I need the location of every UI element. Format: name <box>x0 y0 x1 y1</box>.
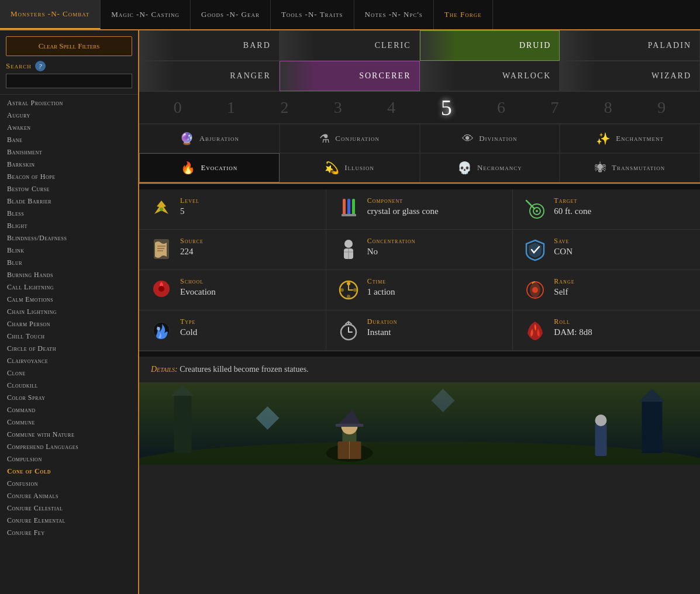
level-number-7[interactable]: 7 <box>550 98 558 117</box>
spell-item[interactable]: Blight <box>0 220 138 232</box>
class-sorcerer-label: SORCERER <box>359 71 411 81</box>
spell-item[interactable]: Chain Lightning <box>0 306 138 318</box>
spell-item[interactable]: Augury <box>0 109 138 122</box>
sidebar: Clear Spell Filters Search ? Astral Proj… <box>0 30 139 594</box>
spell-item[interactable]: Conjure Fey <box>0 527 138 539</box>
nav-notes[interactable]: Notes -n- Npc's <box>354 0 434 29</box>
nav-tools[interactable]: Tools -n- Traits <box>271 0 354 29</box>
target-value: 60 ft. cone <box>554 206 591 216</box>
class-wizard[interactable]: WIZARD <box>560 61 700 91</box>
spell-item[interactable]: Conjure Celestial <box>0 502 138 514</box>
school-icon-abjuration: 🔮 <box>180 132 195 146</box>
school-btn-divination[interactable]: 👁Divination <box>420 124 560 153</box>
level-number-6[interactable]: 6 <box>497 98 505 117</box>
level-number-2[interactable]: 2 <box>280 98 288 117</box>
class-warlock[interactable]: WARLOCK <box>420 61 560 91</box>
class-cleric[interactable]: CLERIC <box>280 30 420 61</box>
school-value: Evocation <box>180 287 216 297</box>
spell-item[interactable]: Call Lightning <box>0 281 138 293</box>
type-icon <box>149 317 174 343</box>
nav-monsters-label: Monsters -n- Combat <box>11 9 89 19</box>
spell-item[interactable]: Circle of Death <box>0 343 138 355</box>
spell-item[interactable]: Blade Barrier <box>0 195 138 208</box>
duration-value: Instant <box>367 327 398 337</box>
school-icon-evocation: 🔥 <box>181 161 196 175</box>
concentration-icon <box>336 237 361 263</box>
spell-item[interactable]: Commune with Nature <box>0 429 138 441</box>
spell-item[interactable]: Compulsion <box>0 453 138 465</box>
spell-item[interactable]: Blindness/Deafness <box>0 232 138 244</box>
class-warlock-label: WARLOCK <box>502 71 551 81</box>
spell-item[interactable]: Bane <box>0 134 138 146</box>
type-value: Cold <box>180 327 197 337</box>
spell-item[interactable]: Charm Person <box>0 318 138 330</box>
school-icon-necromancy: 💀 <box>457 161 473 175</box>
source-text: Source 224 <box>180 237 204 257</box>
spell-item[interactable]: Blur <box>0 257 138 269</box>
spell-item[interactable]: Burning Hands <box>0 269 138 281</box>
level-number-0[interactable]: 0 <box>174 98 182 117</box>
school-btn-enchantment[interactable]: ✨Enchantment <box>560 124 700 153</box>
class-ranger[interactable]: RANGER <box>139 61 280 91</box>
spell-item[interactable]: Beacon of Hope <box>0 171 138 183</box>
spell-item[interactable]: Conjure Elemental <box>0 514 138 527</box>
spell-item[interactable]: Blink <box>0 244 138 257</box>
level-number-9[interactable]: 9 <box>657 98 665 117</box>
level-number-1[interactable]: 1 <box>227 98 235 117</box>
spell-item[interactable]: Clairvoyance <box>0 355 138 367</box>
spell-item[interactable]: Banishment <box>0 146 138 158</box>
level-number-5[interactable]: 5 <box>441 95 452 120</box>
spell-item[interactable]: Color Spray <box>0 392 138 404</box>
class-cleric-label: CLERIC <box>375 41 411 50</box>
spell-item[interactable]: Command <box>0 404 138 416</box>
class-druid[interactable]: DRUID <box>420 30 560 61</box>
school-btn-transmutation[interactable]: 🕷Transmutation <box>560 153 700 182</box>
search-input[interactable] <box>6 74 132 88</box>
class-paladin[interactable]: PALADIN <box>560 30 700 61</box>
hscroll-bar <box>139 184 700 189</box>
nav-goods[interactable]: Goods -n- Gear <box>191 0 271 29</box>
detail-cell-range: Range Self <box>513 270 700 310</box>
spell-item[interactable]: Awaken <box>0 122 138 134</box>
spell-item[interactable]: Clone <box>0 367 138 379</box>
nav-magic[interactable]: Magic -n- Casting <box>101 0 191 29</box>
class-wizard-label: WIZARD <box>651 71 691 81</box>
spell-item[interactable]: Bless <box>0 208 138 220</box>
sidebar-top: Clear Spell Filters Search ? <box>0 30 138 95</box>
svg-point-8 <box>536 210 538 212</box>
spell-item[interactable]: Calm Emotions <box>0 293 138 306</box>
school-btn-evocation[interactable]: 🔥Evocation <box>139 153 280 182</box>
level-number-8[interactable]: 8 <box>604 98 612 117</box>
school-btn-abjuration[interactable]: 🔮Abjuration <box>139 124 280 153</box>
spell-item[interactable]: Bestow Curse <box>0 183 138 195</box>
help-icon[interactable]: ? <box>35 61 46 71</box>
spell-item[interactable]: Conjure Animals <box>0 490 138 502</box>
roll-icon <box>522 317 548 343</box>
level-number-3[interactable]: 3 <box>334 98 342 117</box>
class-bard[interactable]: BARD <box>139 30 280 61</box>
school-btn-conjuration[interactable]: ⚗Conjuration <box>280 124 420 153</box>
duration-text: Duration Instant <box>367 317 398 337</box>
school-btn-illusion[interactable]: 💫Illusion <box>280 153 420 182</box>
spell-item[interactable]: Cloudkill <box>0 379 138 392</box>
class-druid-label: DRUID <box>519 41 551 50</box>
spell-item[interactable]: Comprehend Languages <box>0 441 138 453</box>
spell-item[interactable]: Cone of Cold <box>0 465 138 478</box>
level-number-4[interactable]: 4 <box>387 98 395 117</box>
spell-item[interactable]: Confusion <box>0 478 138 490</box>
school-icon-enchantment: ✨ <box>596 132 611 146</box>
spell-item[interactable]: Chill Touch <box>0 330 138 343</box>
school-label-transmutation: Transmutation <box>612 163 665 172</box>
nav-monsters[interactable]: Monsters -n- Combat <box>0 0 101 29</box>
spell-item[interactable]: Commune <box>0 416 138 429</box>
school-btn-necromancy[interactable]: 💀Necromancy <box>420 153 560 182</box>
clear-spell-filters-button[interactable]: Clear Spell Filters <box>6 36 132 56</box>
range-icon <box>522 277 548 303</box>
class-sorcerer[interactable]: SORCERER <box>280 61 420 91</box>
svg-rect-1 <box>343 199 346 215</box>
spell-item[interactable]: Astral Projection <box>0 97 138 109</box>
svg-rect-40 <box>336 424 364 427</box>
nav-forge[interactable]: The Forge <box>434 0 493 29</box>
school-label-divination: Divination <box>479 134 517 143</box>
spell-item[interactable]: Barkskin <box>0 158 138 171</box>
